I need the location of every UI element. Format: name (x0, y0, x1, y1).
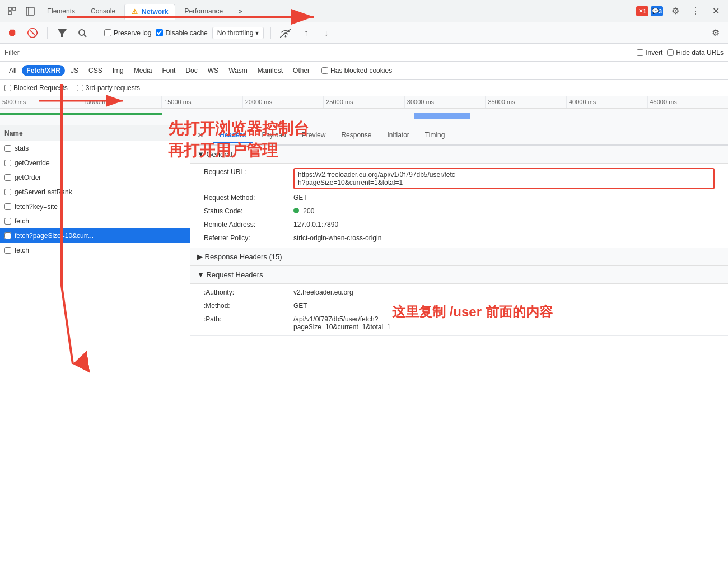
authority-val: v2.freeloader.eu.org (293, 288, 715, 296)
timeline: 5000 ms 10000 ms 15000 ms 20000 ms 25000… (0, 96, 728, 125)
tab-headers[interactable]: Headers (213, 128, 253, 143)
type-media[interactable]: Media (129, 65, 157, 76)
type-manifest[interactable]: Manifest (253, 65, 287, 76)
list-item[interactable]: fetch?key=site (0, 199, 190, 214)
tab-network[interactable]: ⚠ Network (124, 4, 175, 20)
svg-marker-5 (58, 29, 67, 37)
type-other[interactable]: Other (288, 65, 314, 76)
has-blocked-checkbox[interactable] (321, 67, 328, 74)
blocked-requests-checkbox[interactable] (4, 85, 11, 91)
message-badge: 💬3 (651, 6, 663, 16)
list-item[interactable]: stats (0, 141, 190, 156)
tab-more[interactable]: » (232, 4, 249, 18)
filter-row: Filter Invert Hide data URLs (0, 44, 728, 62)
svg-rect-0 (8, 7, 11, 10)
type-ws[interactable]: WS (203, 65, 223, 76)
item-checkbox[interactable] (4, 160, 11, 166)
devtools-settings-icon[interactable]: ⚙ (668, 3, 683, 19)
remote-address-key: Remote Address: (204, 221, 293, 228)
item-checkbox[interactable] (4, 247, 11, 254)
tab-initiator[interactable]: Initiator (380, 128, 416, 143)
item-checkbox[interactable] (4, 203, 11, 210)
list-header: Name (0, 125, 190, 141)
request-method-key: Request Method: (204, 194, 293, 202)
timeline-labels: 5000 ms 10000 ms 15000 ms 20000 ms 25000… (0, 96, 728, 109)
tl-label-6: 35000 ms (485, 96, 566, 108)
type-all[interactable]: All (4, 65, 21, 76)
type-fetch-xhr[interactable]: Fetch/XHR (22, 65, 65, 76)
svg-point-8 (285, 35, 287, 37)
method-key: :Method: (204, 302, 293, 310)
general-section-header[interactable]: ▼ General (190, 146, 728, 164)
type-wasm[interactable]: Wasm (224, 65, 252, 76)
list-item-selected[interactable]: fetch?pageSize=10&curr... (0, 228, 190, 243)
sub-tab-close-btn[interactable]: ✕ (195, 129, 206, 141)
list-item[interactable]: getServerLastRank (0, 185, 190, 199)
authority-row: :Authority: v2.freeloader.eu.org (190, 286, 728, 300)
tl-label-3: 20000 ms (242, 96, 324, 108)
tab-payload[interactable]: Payload (255, 128, 292, 143)
tab-console[interactable]: Console (84, 4, 122, 18)
request-url-key: Request URL: (204, 168, 293, 176)
invert-label[interactable]: Invert (637, 49, 662, 57)
toolbar-sep-3 (270, 27, 271, 39)
devtools-close-icon[interactable]: ✕ (708, 3, 724, 19)
devtools-dock-icon[interactable] (22, 3, 38, 19)
list-item[interactable]: getOrder (0, 170, 190, 185)
clear-btn[interactable]: 🚫 (25, 25, 40, 41)
item-checkbox[interactable] (4, 189, 11, 195)
item-checkbox[interactable] (4, 232, 11, 239)
hide-data-urls-checkbox[interactable] (667, 49, 674, 56)
type-font[interactable]: Font (157, 65, 180, 76)
disable-cache-checkbox[interactable] (156, 29, 163, 36)
authority-key: :Authority: (204, 288, 293, 296)
tab-performance[interactable]: Performance (178, 4, 230, 18)
throttle-select[interactable]: No throttling ▾ (212, 27, 264, 39)
devtools-select-icon[interactable] (4, 3, 20, 19)
item-checkbox[interactable] (4, 174, 11, 181)
request-headers-section-header[interactable]: ▼ Request Headers (190, 266, 728, 284)
list-item[interactable]: fetch (0, 243, 190, 258)
toolbar: ⏺ 🚫 Preserve log Disable cache No thrott… (0, 22, 728, 44)
remote-address-row: Remote Address: 127.0.0.1:7890 (190, 218, 728, 232)
hide-data-urls-label[interactable]: Hide data URLs (667, 49, 724, 57)
disable-cache-label[interactable]: Disable cache (156, 29, 207, 37)
detail-content: ▼ General Request URL: https://v2.freelo… (190, 146, 728, 588)
download-icon[interactable]: ↓ (318, 25, 334, 41)
type-css[interactable]: CSS (84, 65, 107, 76)
error-badge: ✕1 (636, 6, 648, 16)
toolbar-settings-icon[interactable]: ⚙ (708, 25, 724, 41)
list-item[interactable]: getOverride (0, 156, 190, 170)
third-party-checkbox[interactable] (77, 85, 83, 91)
type-doc[interactable]: Doc (181, 65, 202, 76)
search-icon[interactable] (74, 25, 90, 41)
item-checkbox[interactable] (4, 218, 11, 225)
item-checkbox[interactable] (4, 145, 11, 152)
type-sep (318, 66, 318, 76)
upload-icon[interactable]: ↑ (298, 25, 314, 41)
path-val: /api/v1/0f797db5/user/fetch? pageSize=10… (293, 315, 715, 331)
list-item[interactable]: fetch (0, 214, 190, 228)
type-img[interactable]: Img (108, 65, 128, 76)
tab-elements[interactable]: Elements (40, 4, 82, 18)
type-js[interactable]: JS (66, 65, 83, 76)
record-stop-btn[interactable]: ⏺ (4, 25, 20, 41)
wifi-icon[interactable] (278, 25, 293, 41)
preserve-log-checkbox[interactable] (104, 29, 111, 36)
tab-timing[interactable]: Timing (418, 128, 452, 143)
sub-tabs: ✕ Headers Payload Preview Response Initi… (190, 125, 728, 146)
third-party-label[interactable]: 3rd-party requests (77, 84, 140, 92)
tl-label-4: 25000 ms (323, 96, 404, 108)
tab-response[interactable]: Response (334, 128, 378, 143)
filter-icon[interactable] (54, 25, 70, 41)
response-headers-section-header[interactable]: ▶ Response Headers (15) (190, 248, 728, 266)
tl-label-1: 10000 ms (81, 96, 162, 108)
svg-rect-2 (8, 12, 11, 15)
preserve-log-label[interactable]: Preserve log (104, 29, 151, 37)
devtools-more-icon[interactable]: ⋮ (688, 3, 703, 19)
has-blocked-label[interactable]: Has blocked cookies (321, 67, 392, 74)
invert-checkbox[interactable] (637, 49, 643, 56)
tab-preview[interactable]: Preview (295, 128, 333, 143)
blocked-requests-label[interactable]: Blocked Requests (4, 84, 68, 92)
type-row: All Fetch/XHR JS CSS Img Media Font Doc … (0, 62, 728, 80)
